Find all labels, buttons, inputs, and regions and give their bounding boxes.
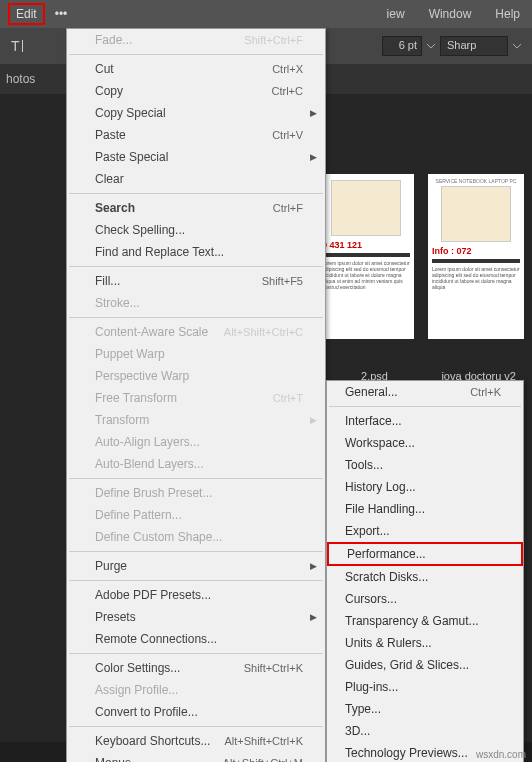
chevron-down-icon[interactable] [512,41,522,51]
menu-paste-special[interactable]: Paste Special▶ [67,146,325,168]
thumb-text: 9 431 121 [322,240,410,250]
menu-convert-profile[interactable]: Convert to Profile... [67,701,325,723]
thumbnail-image [441,186,511,242]
prefs-tools[interactable]: Tools... [327,454,523,476]
menu-auto-align: Auto-Align Layers... [67,431,325,453]
prefs-type[interactable]: Type... [327,698,523,720]
menu-copy[interactable]: CopyCtrl+C [67,80,325,102]
menu-perspective-warp: Perspective Warp [67,365,325,387]
prefs-file-handling[interactable]: File Handling... [327,498,523,520]
menu-copy-special[interactable]: Copy Special▶ [67,102,325,124]
menu-keyboard-shortcuts[interactable]: Keyboard Shortcuts...Alt+Shift+Ctrl+K [67,730,325,752]
prefs-plugins[interactable]: Plug-ins... [327,676,523,698]
menubar: Edit ••• iew Window Help [0,0,532,28]
menu-menus[interactable]: Menus...Alt+Shift+Ctrl+M [67,752,325,762]
footer-credit: wsxdn.com [476,749,526,760]
tab[interactable]: hotos [0,72,35,86]
menu-edit[interactable]: Edit [8,3,45,25]
menu-remote-connections[interactable]: Remote Connections... [67,628,325,650]
menu-define-brush: Define Brush Preset... [67,482,325,504]
menu-pdf-presets[interactable]: Adobe PDF Presets... [67,584,325,606]
menubar-dots: ••• [55,7,68,21]
menu-paste[interactable]: PasteCtrl+V [67,124,325,146]
prefs-scratch-disks[interactable]: Scratch Disks... [327,566,523,588]
edit-menu: Fade...Shift+Ctrl+F CutCtrl+X CopyCtrl+C… [66,28,326,762]
menu-presets[interactable]: Presets▶ [67,606,325,628]
menu-content-aware-scale: Content-Aware ScaleAlt+Shift+Ctrl+C [67,321,325,343]
thumbnail[interactable]: 9 431 121 Lorem ipsum dolor sit amet con… [318,174,414,339]
prefs-interface[interactable]: Interface... [327,410,523,432]
thumbnail[interactable]: SERVICE NOTEBOOK LAPTOP PC Info : 072 Lo… [428,174,524,339]
menu-cut[interactable]: CutCtrl+X [67,58,325,80]
menu-help[interactable]: Help [483,1,532,27]
menu-assign-profile: Assign Profile... [67,679,325,701]
prefs-guides-grid[interactable]: Guides, Grid & Slices... [327,654,523,676]
antialias-dropdown[interactable]: Sharp [440,36,508,56]
menu-window[interactable]: Window [417,1,484,27]
prefs-general[interactable]: General...Ctrl+K [327,381,523,403]
chevron-down-icon[interactable] [426,41,436,51]
prefs-transparency[interactable]: Transparency & Gamut... [327,610,523,632]
prefs-performance[interactable]: Performance... [327,542,523,566]
menu-transform: Transform▶ [67,409,325,431]
prefs-export[interactable]: Export... [327,520,523,542]
menu-define-pattern: Define Pattern... [67,504,325,526]
menu-free-transform: Free TransformCtrl+T [67,387,325,409]
menu-fade: Fade...Shift+Ctrl+F [67,29,325,51]
menu-color-settings[interactable]: Color Settings...Shift+Ctrl+K [67,657,325,679]
font-size-field[interactable]: 6 pt [382,36,422,56]
menu-puppet-warp: Puppet Warp [67,343,325,365]
svg-text:T: T [11,38,20,54]
prefs-3d[interactable]: 3D... [327,720,523,742]
menu-purge[interactable]: Purge▶ [67,555,325,577]
prefs-workspace[interactable]: Workspace... [327,432,523,454]
type-tool-icon[interactable]: T [8,35,30,57]
prefs-cursors[interactable]: Cursors... [327,588,523,610]
menu-define-shape: Define Custom Shape... [67,526,325,548]
prefs-units-rulers[interactable]: Units & Rulers... [327,632,523,654]
svg-rect-1 [22,40,23,52]
menu-stroke: Stroke... [67,292,325,314]
menu-auto-blend: Auto-Blend Layers... [67,453,325,475]
preferences-submenu: General...Ctrl+K Interface... Workspace.… [326,380,524,762]
menu-clear[interactable]: Clear [67,168,325,190]
menu-search[interactable]: SearchCtrl+F [67,197,325,219]
menu-find-replace[interactable]: Find and Replace Text... [67,241,325,263]
thumbnail-image [331,180,401,236]
menu-view-partial[interactable]: iew [375,1,417,27]
prefs-history-log[interactable]: History Log... [327,476,523,498]
thumb-text: Info : 072 [432,246,520,256]
menu-check-spelling[interactable]: Check Spelling... [67,219,325,241]
menu-fill[interactable]: Fill...Shift+F5 [67,270,325,292]
